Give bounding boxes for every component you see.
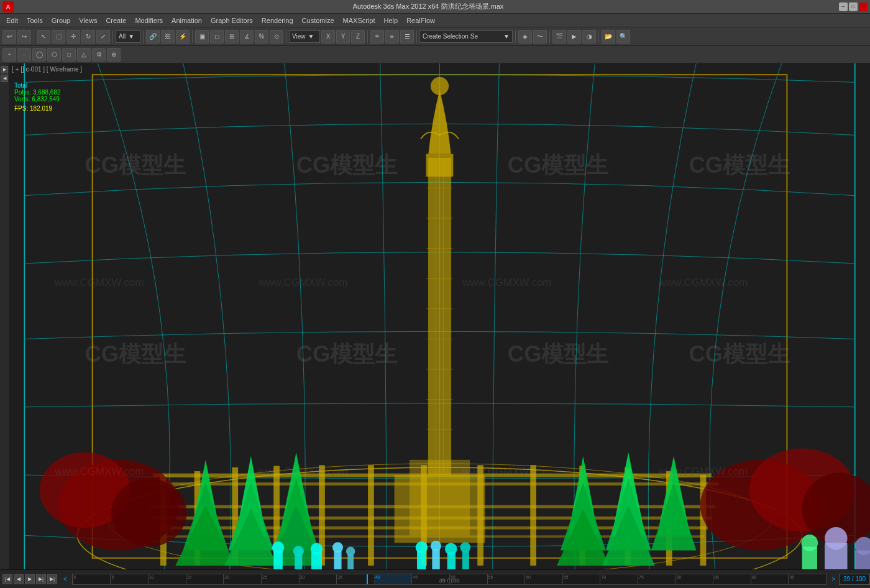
svg-text:www.CGMXW.com: www.CGMXW.com — [258, 466, 348, 477]
spinner-snap[interactable]: ⊙ — [270, 30, 283, 44]
tick-5: 5 — [110, 574, 148, 584]
selection-filter[interactable]: ▣ — [195, 30, 209, 44]
stat-fps: FPS: 182.019 — [14, 105, 61, 112]
coord-y[interactable]: Y — [336, 30, 350, 44]
toolbar-row1: ↩ ↪ ↖ ⬚ ✛ ↻ ⤢ All ▼ 🔗 ⛓ ⚡ ▣ ◻ ⊞ ∡ % ⊙ Vi… — [0, 27, 870, 46]
scale-tool[interactable]: ⤢ — [96, 30, 110, 44]
render-frame[interactable]: ▶ — [567, 30, 581, 44]
svg-text:www.CGMXW.com: www.CGMXW.com — [658, 466, 748, 477]
view-dropdown[interactable]: View ▼ — [289, 30, 320, 43]
menu-maxscript[interactable]: MAXScript — [339, 16, 379, 25]
filter-dropdown[interactable]: All ▼ — [116, 30, 140, 43]
rotate-tool[interactable]: ↻ — [81, 30, 95, 44]
menu-help[interactable]: Help — [380, 16, 402, 25]
svg-text:www.CGMXW.com: www.CGMXW.com — [462, 277, 552, 288]
left-btn-1[interactable]: ▶ — [1, 66, 8, 73]
menu-modifiers[interactable]: Modifiers — [131, 16, 167, 25]
playback-controls: |◀ ◀ ▶ ▶| ▶| — [0, 574, 60, 584]
window-crossing[interactable]: ◻ — [210, 30, 224, 44]
undo-button[interactable]: ↩ — [2, 30, 16, 44]
play-button[interactable]: ▶ — [25, 574, 35, 584]
tick-70: 70 — [600, 574, 638, 584]
go-end-button[interactable]: ▶| — [47, 574, 57, 584]
toolbar-separator5 — [286, 30, 286, 43]
minimize-button[interactable]: ─ — [839, 2, 848, 11]
svg-rect-56 — [347, 554, 354, 569]
menu-rendering[interactable]: Rendering — [258, 16, 297, 25]
tb2-btn7[interactable]: ⚙ — [92, 48, 106, 62]
menu-edit[interactable]: Edit — [2, 16, 22, 25]
svg-rect-50 — [295, 554, 302, 569]
tick-60: 60 — [524, 574, 562, 584]
redo-button[interactable]: ↪ — [17, 30, 31, 44]
svg-rect-10 — [368, 465, 374, 566]
select-tool[interactable]: ↖ — [37, 30, 50, 44]
tb2-btn8[interactable]: ⊕ — [107, 48, 121, 62]
tick-80: 80 — [675, 574, 713, 584]
tb2-btn5[interactable]: □ — [62, 48, 76, 62]
viewport[interactable]: [ + [] c-001 ] [ Wireframe ] Total Polys… — [9, 63, 870, 569]
main-area: ▶ ◀ [ + [] c-001 ] [ Wireframe ] Total P… — [0, 63, 870, 569]
toolbar-separator4 — [192, 30, 193, 43]
left-panel: ▶ ◀ — [0, 63, 9, 569]
svg-text:www.CGMXW.com: www.CGMXW.com — [54, 466, 144, 477]
percent-snap[interactable]: % — [255, 30, 268, 44]
curve-editor[interactable]: 〜 — [533, 30, 547, 44]
coord-x[interactable]: X — [321, 30, 335, 44]
svg-text:CG模型生: CG模型生 — [296, 152, 398, 178]
mirror-tool[interactable]: ⫩ — [370, 30, 384, 44]
link-tool[interactable]: 🔗 — [146, 30, 160, 44]
menu-views[interactable]: Views — [75, 16, 101, 25]
menu-realflow[interactable]: RealFlow — [403, 16, 439, 25]
layer-manager[interactable]: ☰ — [400, 30, 414, 44]
bind-space-warp[interactable]: ⚡ — [176, 30, 190, 44]
tb2-btn2[interactable]: - — [17, 48, 31, 62]
maximize-button[interactable]: □ — [849, 2, 858, 11]
coord-z[interactable]: Z — [351, 30, 365, 44]
schematic-view[interactable]: ◈ — [518, 30, 532, 44]
next-frame-button[interactable]: ▶| — [36, 574, 46, 584]
menu-customize[interactable]: Customize — [298, 16, 338, 25]
menu-group[interactable]: Group — [48, 16, 75, 25]
open-explorer[interactable]: 📂 — [602, 30, 615, 44]
menu-tools[interactable]: Tools — [23, 16, 47, 25]
svg-point-44 — [111, 479, 186, 546]
menu-create[interactable]: Create — [102, 16, 130, 25]
toolbar-separator — [34, 30, 34, 43]
toolbar-separator3 — [143, 30, 144, 43]
tb2-btn1[interactable]: + — [2, 48, 16, 62]
move-tool[interactable]: ✛ — [66, 30, 80, 44]
svg-point-73 — [801, 535, 818, 551]
frame-input[interactable]: 39 / 100 — [839, 574, 870, 585]
svg-text:www.CGMXW.com: www.CGMXW.com — [658, 277, 748, 288]
prev-frame-button[interactable]: ◀ — [14, 574, 24, 584]
create-selection-dropdown[interactable]: Create Selection Se ▼ — [419, 30, 513, 43]
tick-10: 10 — [148, 574, 186, 584]
close-button[interactable]: ✕ — [859, 2, 868, 11]
asset-tracking[interactable]: 🔍 — [616, 30, 630, 44]
dropdown-arrow: ▼ — [128, 33, 134, 40]
tick-30: 30 — [299, 574, 337, 584]
active-shade[interactable]: ◑ — [582, 30, 596, 44]
select-region-tool[interactable]: ⬚ — [52, 30, 65, 44]
go-start-button[interactable]: |◀ — [2, 574, 12, 584]
menu-animation[interactable]: Animation — [168, 16, 206, 25]
tb2-btn3[interactable]: ◯ — [32, 48, 46, 62]
angle-snap[interactable]: ∡ — [240, 30, 254, 44]
align-tool[interactable]: ≡ — [385, 30, 399, 44]
timeline-scrubber[interactable]: 39 / 100 0 5 10 15 20 25 30 35 40 45 50 … — [72, 574, 826, 585]
tb2-btn4[interactable]: ⬡ — [47, 48, 61, 62]
tb2-btn6[interactable]: △ — [77, 48, 91, 62]
snap-toggle[interactable]: ⊞ — [225, 30, 239, 44]
render-setup[interactable]: 🎬 — [552, 30, 566, 44]
window-controls: ─ □ ✕ — [839, 2, 868, 11]
unlink-tool[interactable]: ⛓ — [161, 30, 175, 44]
menu-graph-editors[interactable]: Graph Editors — [207, 16, 257, 25]
svg-point-55 — [332, 542, 343, 553]
svg-point-63 — [445, 543, 457, 554]
svg-text:www.CGMXW.com: www.CGMXW.com — [258, 277, 348, 288]
svg-point-61 — [431, 541, 441, 551]
svg-text:CG模型生: CG模型生 — [85, 341, 186, 367]
svg-rect-13 — [530, 465, 536, 566]
left-btn-2[interactable]: ◀ — [1, 75, 8, 82]
